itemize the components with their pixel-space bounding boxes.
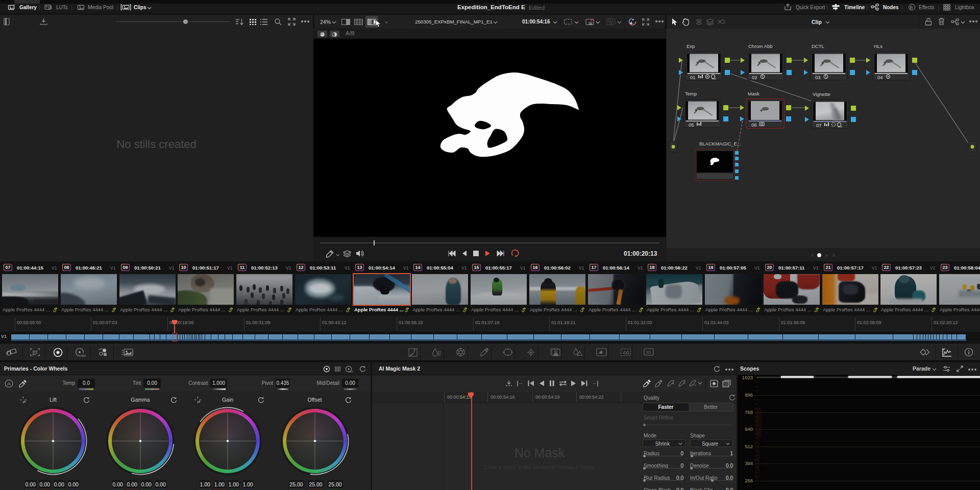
- svg-text:DCTL: DCTL: [812, 43, 824, 49]
- svg-text:fx: fx: [910, 6, 913, 10]
- svg-text:Exp: Exp: [687, 43, 695, 49]
- svg-text:BLACKMAGIC_E...: BLACKMAGIC_E...: [699, 141, 741, 146]
- svg-text:02: 02: [752, 75, 757, 80]
- svg-text:07: 07: [816, 122, 822, 128]
- svg-text:LOG: LOG: [349, 371, 353, 373]
- svg-text:HDR: HDR: [81, 354, 86, 357]
- svg-text:06: 06: [751, 122, 757, 128]
- svg-text:A: A: [7, 381, 11, 386]
- svg-text:03: 03: [815, 75, 821, 80]
- svg-text:HDR: HDR: [712, 78, 717, 80]
- svg-text:HDR: HDR: [838, 126, 843, 128]
- svg-text:3D: 3D: [646, 350, 651, 355]
- svg-text:04: 04: [877, 75, 883, 80]
- svg-text:HLs: HLs: [874, 43, 883, 49]
- svg-text:PXF: PXF: [589, 22, 594, 24]
- svg-text:Mask: Mask: [748, 91, 760, 96]
- svg-text:Vignette: Vignette: [813, 91, 830, 97]
- svg-text:Chrom Abb: Chrom Abb: [748, 43, 773, 49]
- svg-text:01: 01: [690, 75, 696, 80]
- svg-text:Temp: Temp: [685, 91, 697, 96]
- svg-text:05: 05: [689, 122, 694, 128]
